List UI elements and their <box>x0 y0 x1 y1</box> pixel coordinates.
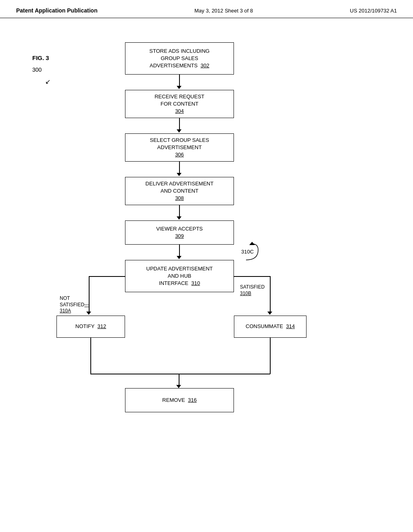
box-306: SELECT GROUP SALESADVERTISEMENT306 <box>125 133 234 162</box>
curved-arrow-310c <box>238 242 262 262</box>
arrow-308-309 <box>179 205 180 217</box>
box-312: NOTIFY 312 <box>56 316 125 338</box>
arrow-309-310 <box>179 245 180 257</box>
arrowhead-remove <box>176 385 181 388</box>
svg-marker-0 <box>249 242 255 245</box>
publication-label: Patent Application Publication <box>16 7 98 14</box>
arrowhead-302-304 <box>177 86 181 89</box>
fig-label: FIG. 3 <box>32 54 49 61</box>
arrow-310b-down <box>270 276 271 312</box>
diagram-area: FIG. 3 300 ↙ STORE ADS INCLUDINGGROUP SA… <box>0 18 413 522</box>
box-308: DELIVER ADVERTISEMENTAND CONTENT308 <box>125 177 234 205</box>
arrow-310-right <box>234 276 270 277</box>
box-310: UPDATE ADVERTISEMENTAND HUBINTERFACE 310 <box>125 260 234 292</box>
arrow-to-remove <box>179 374 179 386</box>
arrow-314-down <box>270 338 271 374</box>
arrowhead-310b <box>267 312 272 315</box>
box-316: REMOVE 316 <box>125 388 234 412</box>
arrow-304-306 <box>179 118 180 130</box>
box-314: CONSUMMATE 314 <box>234 316 307 338</box>
arrow-312-down <box>90 338 91 374</box>
date-sheet: May 3, 2012 Sheet 3 of 8 <box>194 8 253 14</box>
box-304: RECEIVE REQUESTFOR CONTENT304 <box>125 90 234 118</box>
arrowhead-306-308 <box>177 173 181 176</box>
arrow-302-304 <box>179 75 180 87</box>
arrow-310-left <box>89 276 125 277</box>
box-302: STORE ADS INCLUDINGGROUP SALESADVERTISEM… <box>125 42 234 75</box>
arrow-312-right <box>90 374 179 374</box>
not-satisfied-label: NOTSATISFIED—310A <box>60 295 89 314</box>
arrowhead-309-310 <box>177 256 181 259</box>
box-309: VIEWER ACCEPTS309 <box>125 220 234 245</box>
arrowhead-304-306 <box>177 129 181 133</box>
fig-number: 300 <box>32 66 42 73</box>
page-header: Patent Application Publication May 3, 20… <box>0 0 413 18</box>
arrow-314-left <box>179 374 270 374</box>
arrow-306-308 <box>179 162 180 174</box>
patent-number: US 2012/109732 A1 <box>350 8 397 14</box>
satisfied-label: SATISFIED310B <box>240 284 265 297</box>
arrowhead-308-309 <box>177 216 181 220</box>
fig-pointer-arrow: ↙ <box>45 78 50 85</box>
